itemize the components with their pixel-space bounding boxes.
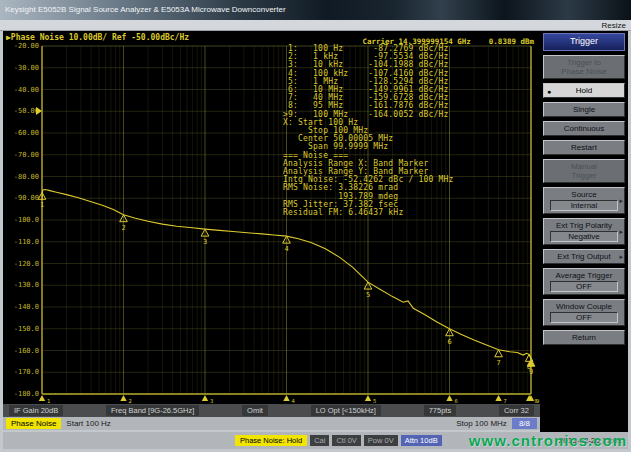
trace-scale-label: Phase Noise 10.00dB/ Ref -50.00dBc/Hz: [11, 33, 189, 42]
softkey-restart[interactable]: Restart: [543, 140, 625, 155]
status-chip-omit: Omit: [242, 405, 268, 416]
softkey-label: Ext Trig Polarity: [545, 221, 623, 230]
softkey-label: Source: [545, 190, 623, 199]
svg-text:7: 7: [496, 359, 500, 367]
y-axis-tick-label: -80.00: [3, 174, 39, 181]
softkey-value: Internal: [550, 200, 618, 211]
submenu-arrow-icon: ▸: [619, 253, 623, 261]
status-chip-if-gain-20db: IF Gain 20dB: [9, 405, 63, 416]
app-window: Keysight E5052B Signal Source Analyzer &…: [0, 0, 631, 452]
measurement-status-bar: IF Gain 20dBFreq Band [9G-26.5GHz]OmitLO…: [3, 404, 540, 417]
watermark: www.cntronics.com: [469, 432, 627, 449]
sweep-stop-label: Stop 100 MHz: [456, 419, 507, 428]
y-axis-tick-label: -120.0: [3, 261, 39, 268]
softkey-label: Average Trigger: [545, 271, 623, 280]
window-title: Keysight E5052B Signal Source Analyzer &…: [5, 5, 286, 14]
menu-bar: Resize: [0, 20, 631, 31]
submenu-arrow-icon: ▸: [619, 228, 623, 236]
softkey-return[interactable]: Return: [543, 330, 625, 345]
y-axis-tick-label: -160.0: [3, 348, 39, 355]
reference-level-arrow-icon: [36, 107, 42, 115]
marker-axis-tick-3: 3: [202, 395, 214, 404]
taskbar-chip-pow-0v: Pow 0V: [364, 435, 398, 446]
y-axis-tick-label: -70.00: [3, 152, 39, 159]
submenu-arrow-icon: ▸: [619, 197, 623, 205]
softkey-value: OFF: [550, 312, 618, 323]
y-axis-tick-label: -90.00: [3, 195, 39, 202]
marker-axis-tick-1: 1: [39, 395, 51, 404]
status-chip-lo-opt-150khz: LO Opt [<150kHz]: [311, 405, 381, 416]
marker-readout-list: 1: 100 Hz -87.2769 dBc/Hz 2: 1 kHz -97.5…: [283, 45, 454, 217]
bottom-taskbar: Phase Noise: HoldCalCtl 0VPow 0VAttn 10d…: [3, 432, 628, 449]
carrier-power: 0.8389 dBm: [489, 37, 534, 46]
instrument-screen: ▶Phase Noise 10.00dB/ Ref -50.00dBc/Hz C…: [3, 31, 540, 430]
y-axis-tick-label: -140.0: [3, 304, 39, 311]
selected-bullet-icon: ●: [547, 87, 551, 94]
status-chip-775pts: 775pts: [424, 405, 457, 416]
y-axis-tick-label: -50.00: [3, 108, 39, 115]
marker-axis-tick-5: 5: [365, 395, 377, 404]
softkey-manual-trigger: ManualTrigger: [543, 159, 625, 183]
softkey-label: Hold: [545, 86, 623, 95]
svg-text:2: 2: [121, 224, 125, 232]
softkey-label: Return: [545, 333, 623, 342]
taskbar-chip-phase-noise-hold: Phase Noise: Hold: [235, 435, 307, 446]
softkey-label: Ext Trig Output: [545, 252, 623, 261]
svg-text:3: 3: [203, 238, 207, 246]
softkey-sidebar: Trigger Trigger toPhase Noise●HoldSingle…: [540, 31, 628, 432]
y-axis-tick-label: -30.00: [3, 65, 39, 72]
marker-axis-tick-7: 7: [495, 395, 507, 404]
softkey-label: Trigger: [545, 171, 623, 180]
y-axis-tick-label: -110.0: [3, 239, 39, 246]
svg-text:5: 5: [366, 291, 370, 299]
mode-chip: Phase Noise: [6, 418, 61, 429]
y-axis-tick-label: -20.00: [3, 43, 39, 50]
taskbar-chip-ctl-0v: Ctl 0V: [332, 435, 360, 446]
softkey-value: OFF: [550, 281, 618, 292]
status-chip-freq-band-9g-26-5ghz: Freq Band [9G-26.5GHz]: [106, 405, 199, 416]
carrier-readout: Carrier 14.399999154 GHz0.8389 dBm: [362, 37, 534, 46]
softkey-menu-title: Trigger: [543, 33, 625, 51]
softkey-label: Window Couple: [545, 302, 623, 311]
svg-text:9: 9: [529, 368, 533, 376]
carrier-frequency: Carrier 14.399999154 GHz: [362, 37, 470, 46]
softkey-continuous[interactable]: Continuous: [543, 121, 625, 136]
softkey-ext-trig-polarity[interactable]: Ext Trig PolarityNegative▸: [543, 218, 625, 245]
y-axis-tick-label: -150.0: [3, 326, 39, 333]
page-indicator: 8/8: [512, 418, 537, 429]
softkey-source[interactable]: SourceInternal▸: [543, 187, 625, 214]
resize-button[interactable]: Resize: [602, 21, 626, 30]
softkey-average-trigger[interactable]: Average TriggerOFF: [543, 268, 625, 295]
svg-text:6: 6: [447, 338, 451, 346]
softkey-label: Continuous: [545, 124, 623, 133]
marker-axis-tick-4: 4: [283, 395, 295, 404]
softkey-value: Negative: [550, 231, 618, 242]
softkey-label: Restart: [545, 143, 623, 152]
title-bar[interactable]: Keysight E5052B Signal Source Analyzer &…: [0, 0, 631, 20]
softkey-single[interactable]: Single: [543, 102, 625, 117]
marker-axis-tick-2: 2: [120, 395, 132, 404]
softkey-label: Phase Noise: [545, 67, 623, 76]
y-axis-tick-label: -40.00: [3, 87, 39, 94]
y-axis-tick-label: -100.0: [3, 217, 39, 224]
taskbar-chip-attn-10db: Attn 10dB: [401, 435, 442, 446]
y-axis-tick-label: -180.0: [3, 391, 39, 398]
taskbar-chip-cal: Cal: [310, 435, 329, 446]
marker-axis-tick-6: 6: [446, 395, 458, 404]
y-axis-tick-label: -60.00: [3, 130, 39, 137]
softkey-ext-trig-output[interactable]: Ext Trig Output▸: [543, 249, 625, 264]
softkey-label: Single: [545, 105, 623, 114]
sweep-status-bar: Phase Noise Start 100 Hz Stop 100 MHz 8/…: [3, 417, 540, 430]
y-axis-tick-label: -170.0: [3, 369, 39, 376]
sweep-start-label: Start 100 Hz: [66, 419, 110, 428]
status-chip-corr-32: Corr 32: [499, 405, 534, 416]
svg-text:1: 1: [40, 201, 44, 209]
softkey-label: Trigger to: [545, 58, 623, 67]
y-axis-tick-label: -130.0: [3, 282, 39, 289]
phase-noise-plot[interactable]: 112233445566778899 1: 100 Hz -87.2769 dB…: [3, 44, 540, 404]
svg-text:4: 4: [284, 245, 288, 253]
softkey-hold[interactable]: ●Hold: [543, 83, 625, 98]
softkey-window-couple[interactable]: Window CoupleOFF: [543, 299, 625, 326]
softkey-label: Manual: [545, 162, 623, 171]
softkey-trigger-to-phase-noise: Trigger toPhase Noise: [543, 55, 625, 79]
